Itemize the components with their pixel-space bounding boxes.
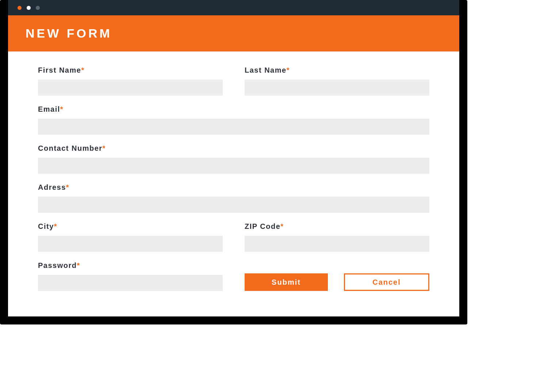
email-field: Email* <box>38 105 429 135</box>
submit-button[interactable]: Submit <box>245 273 328 291</box>
city-input[interactable] <box>38 236 223 252</box>
zip-code-input[interactable] <box>245 236 429 252</box>
titlebar <box>8 0 459 15</box>
contact-number-field: Contact Number* <box>38 144 429 174</box>
email-input[interactable] <box>38 119 429 135</box>
label-text: City <box>38 222 54 230</box>
window-control-close-icon[interactable] <box>18 6 22 10</box>
city-label: City* <box>38 222 223 231</box>
label-text: Password <box>38 261 77 269</box>
label-text: Adress <box>38 183 66 191</box>
form: First Name* Last Name* Email* <box>8 51 459 316</box>
zip-code-field: ZIP Code* <box>245 222 429 252</box>
address-field: Adress* <box>38 183 429 213</box>
label-text: ZIP Code <box>245 222 280 230</box>
label-text: Last Name <box>245 66 287 74</box>
window-control-minimize-icon[interactable] <box>27 6 31 10</box>
password-input[interactable] <box>38 275 223 291</box>
window-control-maximize-icon[interactable] <box>36 6 40 10</box>
label-text: First Name <box>38 66 81 74</box>
email-label: Email* <box>38 105 429 114</box>
last-name-field: Last Name* <box>245 66 429 96</box>
required-mark: * <box>81 66 84 74</box>
password-label: Password* <box>38 261 223 270</box>
city-field: City* <box>38 222 223 252</box>
app-window: NEW FORM First Name* Last Name* <box>8 0 459 316</box>
required-mark: * <box>66 183 69 191</box>
zip-code-label: ZIP Code* <box>245 222 429 231</box>
label-text: Contact Number <box>38 144 103 152</box>
form-actions: Submit Cancel <box>245 261 429 291</box>
required-mark: * <box>54 222 57 230</box>
last-name-input[interactable] <box>245 80 429 96</box>
cancel-button[interactable]: Cancel <box>344 273 429 291</box>
contact-number-label: Contact Number* <box>38 144 429 153</box>
page-title: NEW FORM <box>8 15 459 51</box>
window-frame: NEW FORM First Name* Last Name* <box>0 0 467 324</box>
first-name-input[interactable] <box>38 80 223 96</box>
required-mark: * <box>77 261 80 269</box>
password-field: Password* <box>38 261 223 291</box>
first-name-field: First Name* <box>38 66 223 96</box>
address-label: Adress* <box>38 183 429 192</box>
contact-number-input[interactable] <box>38 158 429 174</box>
required-mark: * <box>60 105 64 113</box>
address-input[interactable] <box>38 197 429 213</box>
last-name-label: Last Name* <box>245 66 429 74</box>
required-mark: * <box>287 66 290 74</box>
label-text: Email <box>38 105 60 113</box>
required-mark: * <box>103 144 106 152</box>
required-mark: * <box>280 222 284 230</box>
first-name-label: First Name* <box>38 66 223 74</box>
